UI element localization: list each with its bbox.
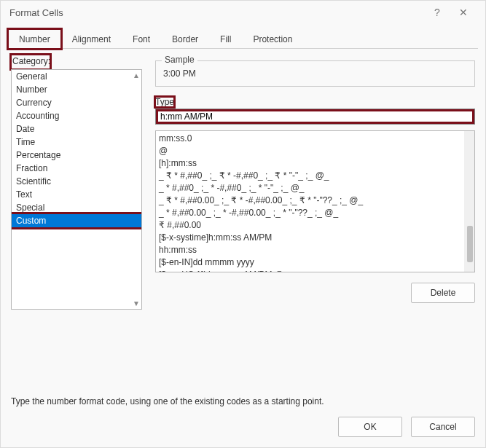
category-item-text[interactable]: Text	[12, 188, 141, 201]
titlebar: Format Cells ? ✕	[1, 1, 485, 24]
hint-text: Type the number format code, using one o…	[1, 386, 485, 406]
cancel-button[interactable]: Cancel	[411, 417, 475, 437]
category-item-number[interactable]: Number	[12, 83, 141, 96]
format-code-item[interactable]: [$-x-systime]h:mm:ss AM/PM	[159, 232, 471, 244]
category-item-date[interactable]: Date	[12, 122, 141, 135]
delete-button[interactable]: Delete	[411, 283, 475, 303]
close-icon[interactable]: ✕	[450, 7, 477, 18]
tab-fill[interactable]: Fill	[209, 29, 242, 49]
sample-block: Sample 3:00 PM	[155, 60, 475, 87]
type-input[interactable]	[155, 109, 475, 125]
scroll-up-icon[interactable]: ▲	[133, 71, 140, 79]
sample-value: 3:00 PM	[163, 66, 467, 79]
format-code-item[interactable]: _ * #,##0.00_ ;_ * -#,##0.00_ ;_ * "-"??…	[159, 207, 471, 219]
format-code-item[interactable]: _ * #,##0_ ;_ * -#,##0_ ;_ * "-"_ ;_ @_	[159, 182, 471, 194]
format-code-item[interactable]: [h]:mm:ss	[159, 157, 471, 170]
category-item-time[interactable]: Time	[12, 135, 141, 149]
category-item-fraction[interactable]: Fraction	[12, 162, 141, 175]
tab-number[interactable]: Number	[8, 29, 61, 49]
category-item-general[interactable]: General	[12, 70, 141, 83]
format-code-item[interactable]: _ ₹ * #,##0_ ;_ ₹ * -#,##0_ ;_ ₹ * "-"_ …	[159, 170, 471, 182]
category-item-percentage[interactable]: Percentage	[12, 149, 141, 162]
tab-alignment[interactable]: Alignment	[61, 29, 122, 49]
category-item-accounting[interactable]: Accounting	[12, 109, 141, 122]
tab-border[interactable]: Border	[161, 29, 209, 49]
scroll-down-icon[interactable]: ▼	[133, 299, 140, 307]
format-code-item[interactable]: [$-en-US,1]hh:mm:ss AM/PM;@	[159, 269, 471, 272]
format-code-item[interactable]: mm:ss.0	[159, 133, 471, 145]
tabs: Number Alignment Font Border Fill Protec…	[8, 28, 478, 49]
category-item-currency[interactable]: Currency	[12, 96, 141, 109]
tab-font[interactable]: Font	[122, 29, 161, 49]
category-item-scientific[interactable]: Scientific	[12, 175, 141, 188]
sample-label: Sample	[162, 55, 197, 65]
dialog-footer: OK Cancel	[1, 406, 485, 447]
format-code-item[interactable]: ₹ #,##0.00	[159, 219, 471, 232]
tab-content: Category: ▲ GeneralNumberCurrencyAccount…	[1, 49, 485, 386]
category-item-custom[interactable]: Custom	[12, 214, 141, 227]
help-icon[interactable]: ?	[424, 7, 450, 18]
category-column: Category: ▲ GeneralNumberCurrencyAccount…	[11, 55, 142, 386]
tab-protection[interactable]: Protection	[242, 29, 303, 49]
scrollbar-thumb[interactable]	[467, 226, 473, 262]
type-label: Type	[155, 97, 174, 107]
format-code-item[interactable]: _ ₹ * #,##0.00_ ;_ ₹ * -#,##0.00_ ;_ ₹ *…	[159, 194, 471, 207]
scrollbar[interactable]	[464, 131, 474, 272]
ok-button[interactable]: OK	[338, 417, 402, 437]
format-code-item[interactable]: @	[159, 145, 471, 157]
category-list[interactable]: ▲ GeneralNumberCurrencyAccountingDateTim…	[11, 69, 142, 310]
details-column: Sample 3:00 PM Type mm:ss.0@[h]:mm:ss_ ₹…	[155, 55, 475, 386]
format-codes-list[interactable]: mm:ss.0@[h]:mm:ss_ ₹ * #,##0_ ;_ ₹ * -#,…	[155, 130, 475, 272]
category-label: Category:	[11, 55, 50, 69]
format-cells-dialog: Format Cells ? ✕ Number Alignment Font B…	[0, 0, 486, 448]
dialog-title: Format Cells	[9, 7, 424, 18]
format-code-item[interactable]: hh:mm:ss	[159, 244, 471, 256]
format-code-item[interactable]: [$-en-IN]dd mmmm yyyy	[159, 256, 471, 269]
category-item-special[interactable]: Special	[12, 201, 141, 214]
